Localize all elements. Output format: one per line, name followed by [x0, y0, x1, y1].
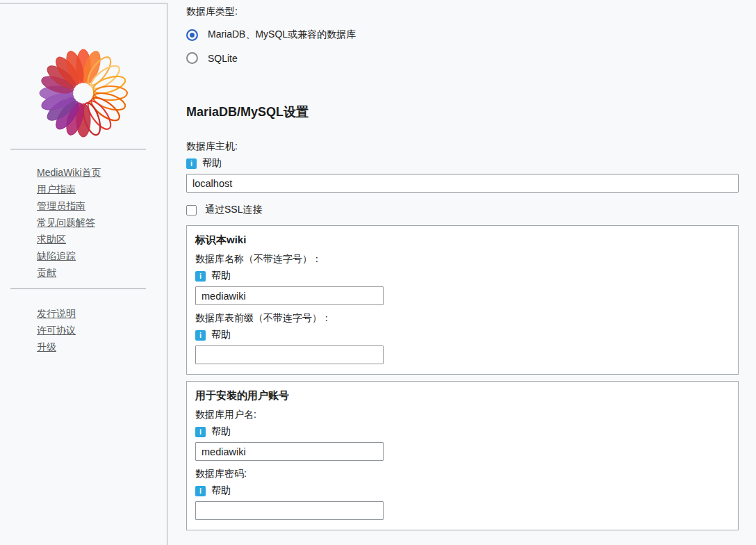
sidebar-link-license[interactable]: 许可协议 [37, 325, 76, 336]
sunflower-icon [38, 48, 129, 138]
radio-unselected-icon[interactable] [186, 52, 198, 64]
help-link-label: 帮助 [211, 425, 231, 438]
ssl-checkbox-label: 通过SSL连接 [205, 204, 262, 216]
db-user-label: 数据库用户名: [195, 409, 730, 421]
list-item: 求助区 [37, 234, 167, 245]
sidebar-divider-top [10, 149, 146, 149]
db-host-input[interactable] [186, 174, 739, 193]
identify-wiki-box-title: 标识本wiki [195, 234, 730, 246]
list-item: 管理员指南 [37, 200, 167, 211]
db-prefix-input[interactable] [195, 345, 384, 364]
db-user-help-link[interactable]: i 帮助 [195, 425, 231, 438]
radio-option-sqlite[interactable]: SQLite [186, 52, 739, 64]
install-account-box: 用于安装的用户账号 数据库用户名: i 帮助 数据库密码: i 帮助 [186, 381, 739, 530]
list-item: 用户指南 [37, 184, 167, 195]
install-account-box-title: 用于安装的用户账号 [195, 389, 730, 402]
info-icon: i [186, 158, 197, 169]
help-link-label: 帮助 [202, 157, 222, 170]
section-title: MariaDB/MySQL设置 [186, 104, 739, 120]
db-prefix-label: 数据库表前缀（不带连字号）： [195, 312, 730, 324]
db-type-label: 数据库类型: [186, 6, 739, 17]
sidebar-divider-bottom [10, 288, 146, 289]
sidebar-link-release-notes[interactable]: 发行说明 [37, 308, 76, 319]
db-prefix-help-link[interactable]: i 帮助 [195, 329, 231, 341]
list-item: 贡献 [37, 267, 167, 278]
db-name-help-link[interactable]: i 帮助 [195, 270, 231, 282]
list-item: 发行说明 [37, 308, 167, 319]
list-item: 升级 [37, 341, 167, 352]
db-password-help-link[interactable]: i 帮助 [195, 485, 231, 497]
db-password-input[interactable] [195, 501, 384, 520]
list-item: MediaWiki首页 [37, 167, 167, 178]
sidebar-secondary-links: 发行说明 许可协议 升级 [0, 308, 167, 352]
info-icon: i [195, 330, 206, 341]
sidebar-link-bug-tracker[interactable]: 缺陷追踪 [37, 250, 76, 261]
sidebar-link-upgrade[interactable]: 升级 [37, 341, 56, 352]
sidebar: MediaWiki首页 用户指南 管理员指南 常见问题解答 求助区 缺陷追踪 贡… [0, 3, 167, 545]
list-item: 常见问题解答 [37, 217, 167, 228]
sidebar-link-mediawiki-home[interactable]: MediaWiki首页 [37, 167, 101, 178]
ssl-checkbox-row[interactable]: 通过SSL连接 [186, 204, 739, 216]
list-item: 缺陷追踪 [37, 250, 167, 261]
radio-selected-icon[interactable] [186, 29, 198, 41]
sidebar-link-faq[interactable]: 常见问题解答 [37, 217, 95, 228]
sidebar-link-admin-guide[interactable]: 管理员指南 [37, 200, 85, 211]
db-password-label: 数据库密码: [195, 468, 730, 480]
radio-option-mariadb[interactable]: MariaDB、MySQL或兼容的数据库 [186, 29, 739, 41]
help-link-label: 帮助 [211, 270, 231, 282]
sidebar-link-help-desk[interactable]: 求助区 [37, 234, 66, 245]
help-link-label: 帮助 [211, 485, 231, 497]
sidebar-link-contribute[interactable]: 贡献 [37, 267, 56, 278]
db-host-help-link[interactable]: i 帮助 [186, 157, 222, 170]
info-icon: i [195, 271, 206, 282]
radio-option-label: MariaDB、MySQL或兼容的数据库 [208, 29, 356, 41]
installer-form: 数据库类型: MariaDB、MySQL或兼容的数据库 SQLite Maria… [167, 0, 756, 545]
list-item: 许可协议 [37, 325, 167, 336]
db-host-label: 数据库主机: [186, 140, 739, 152]
sidebar-primary-links: MediaWiki首页 用户指南 管理员指南 常见问题解答 求助区 缺陷追踪 贡… [0, 167, 167, 278]
checkbox-unchecked-icon[interactable] [186, 205, 197, 215]
info-icon: i [195, 427, 206, 437]
mediawiki-logo [38, 48, 129, 138]
db-name-label: 数据库名称（不带连字号）： [195, 253, 730, 265]
info-icon: i [195, 486, 206, 496]
help-link-label: 帮助 [211, 329, 231, 341]
identify-wiki-box: 标识本wiki 数据库名称（不带连字号）： i 帮助 数据库表前缀（不带连字号）… [186, 225, 739, 375]
sidebar-link-user-guide[interactable]: 用户指南 [37, 184, 76, 195]
db-name-input[interactable] [195, 286, 384, 305]
radio-option-label: SQLite [208, 53, 238, 64]
db-user-input[interactable] [195, 442, 384, 461]
